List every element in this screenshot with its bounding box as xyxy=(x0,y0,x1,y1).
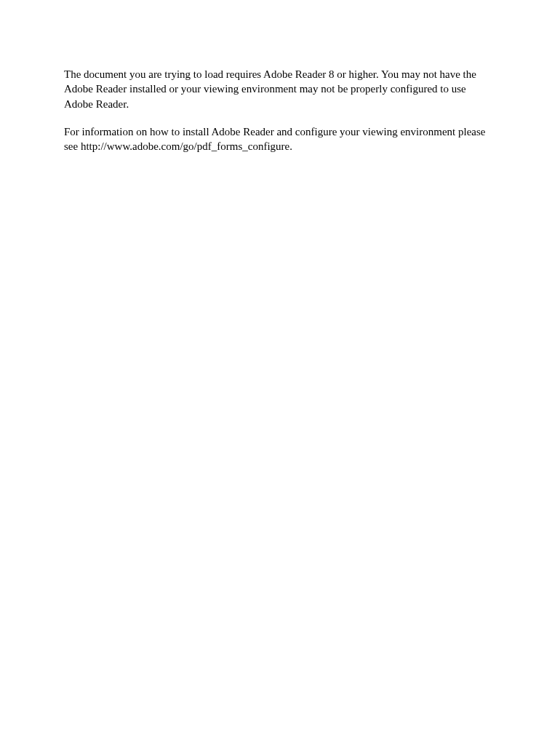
error-message-paragraph-1: The document you are trying to load requ… xyxy=(64,67,496,111)
document-page: The document you are trying to load requ… xyxy=(0,0,560,154)
error-message-paragraph-2: For information on how to install Adobe … xyxy=(64,124,496,154)
